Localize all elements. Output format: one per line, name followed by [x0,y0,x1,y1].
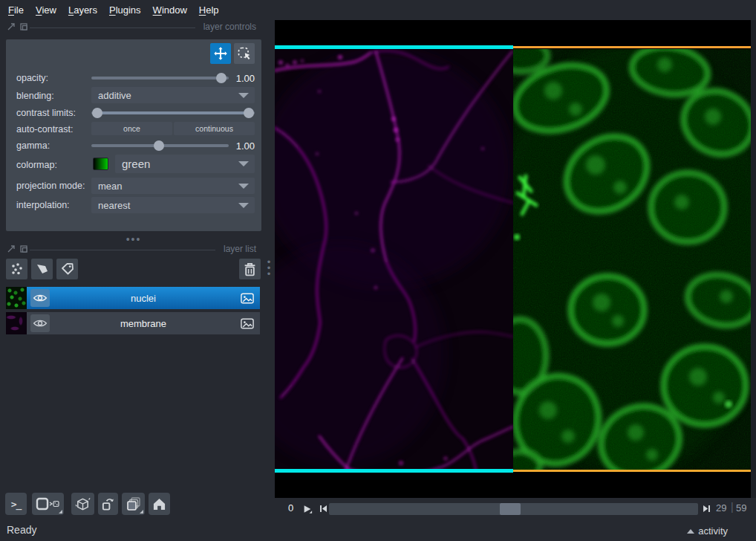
chevron-down-icon [238,93,249,98]
colormap-gradient-swatch[interactable] [93,158,108,170]
contrast-limits-slider[interactable] [91,111,255,114]
skip-end-icon [702,504,711,514]
transpose-dimensions-button[interactable] [98,493,118,515]
projection-mode-dropdown[interactable]: mean [91,178,255,194]
interpolation-label: interpolation: [16,200,70,210]
gamma-label: gamma: [16,140,50,151]
skip-to-start-button[interactable] [317,502,330,515]
interpolation-value: nearest [98,200,130,211]
canvas-right-margin [751,20,756,498]
dock-hide-icon[interactable] [20,23,27,30]
contrast-limits-min-handle[interactable] [92,108,102,118]
console-button[interactable]: >_ [5,493,27,515]
contrast-limits-label: contrast limits: [16,108,76,118]
layer-name: membrane [27,318,260,329]
colormap-label: colormap: [16,160,57,170]
menu-file[interactable]: File [8,4,24,16]
activity-toggle[interactable]: activity [687,525,728,537]
nuclei-layer-boundary-bottom [513,470,751,472]
play-button[interactable] [301,502,313,515]
home-reset-view-button[interactable] [149,493,170,515]
roll-dimensions-button[interactable] [71,493,94,515]
skip-start-icon [319,504,328,514]
new-points-layer-button[interactable] [6,259,27,279]
menu-plugins[interactable]: Plugins [109,4,141,16]
status-bar: Ready activity [0,520,756,541]
skip-to-end-button[interactable] [700,502,713,515]
eye-icon [33,293,48,303]
viewer-canvas[interactable] [275,20,751,498]
colormap-dropdown[interactable]: green [115,155,255,173]
pan-arrows-icon [213,46,228,61]
membrane-layer-boundary-bottom [275,469,513,473]
home-icon [152,497,166,511]
layer-name: nuclei [27,293,260,304]
projection-mode-value: mean [98,181,123,192]
new-shapes-layer-button[interactable] [31,259,53,279]
ndisplay-toggle-button[interactable] [32,493,64,515]
grid-view-button[interactable] [122,493,145,515]
dims-slider-bar: 0 29 | 59 [275,498,756,520]
grid-stack-icon [126,496,141,511]
membrane-visibility-button[interactable] [30,314,50,332]
blending-label: blending: [16,91,54,101]
image-layer-type-icon [241,293,254,304]
menu-help[interactable]: Help [199,4,219,16]
layer-row-membrane[interactable]: membrane [27,312,260,334]
colormap-value: green [122,158,150,170]
pan-zoom-mode-button[interactable] [210,43,231,64]
frame-slider-track[interactable] [329,503,698,515]
contrast-limits-max-handle[interactable] [244,108,254,118]
trash-icon [244,262,256,276]
gamma-slider[interactable] [91,144,229,147]
points-icon [10,262,24,276]
layer-row-nuclei[interactable]: nuclei [27,287,260,309]
slider-position-value: 29 [716,502,726,514]
menu-window[interactable]: Window [153,4,187,16]
delete-layer-button[interactable] [239,259,261,279]
blending-value: additive [98,90,131,101]
auto-contrast-continuous-button[interactable]: continuous [174,122,255,135]
transform-mode-button[interactable] [234,43,255,64]
dock-float-icon[interactable] [7,245,15,253]
transform-icon [237,46,252,61]
chevron-down-icon [238,184,249,189]
auto-contrast-label: auto-contrast: [16,124,73,135]
auto-contrast-once-button[interactable]: once [91,122,172,135]
interpolation-dropdown[interactable]: nearest [91,197,255,213]
frame-slider-handle[interactable] [500,503,521,515]
opacity-slider[interactable] [91,77,229,80]
membrane-layer-thumbnail [6,312,27,334]
napari-window: File View Layers Plugins Window Help lay… [0,0,756,541]
gamma-value: 1.00 [225,140,255,152]
new-labels-layer-button[interactable] [56,259,78,279]
continuous-button-label: continuous [195,124,233,133]
image-layer-type-icon [241,318,254,329]
gamma-slider-handle[interactable] [154,140,164,151]
popup-corner-mark [140,510,143,514]
nuclei-layer-boundary-top [513,46,751,48]
nuclei-layer-thumbnail [6,287,27,309]
layer-controls-dock-titlebar: layer controls [0,21,275,33]
transpose-dims-icon [101,497,115,511]
caret-up-icon [687,529,694,534]
eye-icon [33,318,48,328]
blending-dropdown[interactable]: additive [91,87,255,103]
once-button-label: once [123,124,140,133]
play-icon [302,504,313,514]
dock-title-rule [30,250,215,250]
dock-hide-icon[interactable] [20,245,27,253]
nuclei-visibility-button[interactable] [30,289,50,307]
roll-dims-cube-icon [75,496,91,512]
menu-layers[interactable]: Layers [68,4,97,16]
menu-bar: File View Layers Plugins Window Help [0,0,756,19]
slider-separator: | [731,501,734,513]
canvas-splitter-handle[interactable]: ••• [265,259,273,277]
status-text: Ready [7,524,36,536]
console-icon: >_ [11,499,22,510]
contrast-limits-range [97,111,249,114]
dock-float-icon[interactable] [7,23,15,30]
menu-view[interactable]: View [36,4,56,16]
chevron-down-icon [238,203,249,208]
layer-controls-panel: opacity: 1.00 blending: additive contras… [6,39,261,231]
